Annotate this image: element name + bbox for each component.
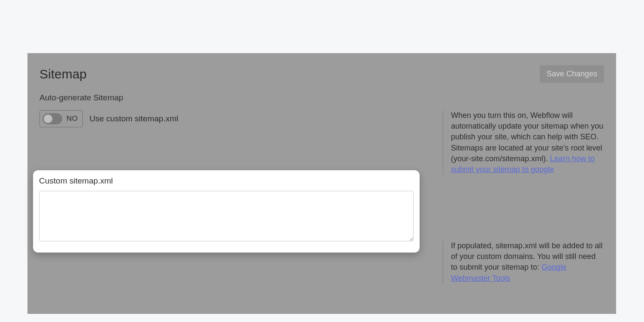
toggle-state-label: NO (67, 114, 78, 123)
custom-sitemap-heading: Custom sitemap.xml (39, 176, 414, 186)
custom-sitemap-help: If populated, sitemap.xml will be added … (443, 241, 604, 284)
auto-generate-heading: Auto-generate Sitemap (39, 93, 604, 102)
auto-generate-toggle[interactable]: NO (39, 110, 83, 127)
panel-header: Sitemap Save Changes (39, 65, 604, 83)
toggle-description: Use custom sitemap.xml (90, 114, 178, 123)
panel-title: Sitemap (39, 67, 87, 81)
auto-generate-help: When you turn this on, Webflow will auto… (443, 110, 604, 175)
save-changes-button[interactable]: Save Changes (540, 65, 604, 83)
custom-sitemap-textarea[interactable] (39, 191, 414, 241)
toggle-track (42, 113, 62, 124)
custom-sitemap-help-text: If populated, sitemap.xml will be added … (451, 241, 602, 271)
custom-sitemap-card: Custom sitemap.xml (33, 170, 420, 253)
toggle-knob (44, 114, 52, 123)
toggle-row: NO Use custom sitemap.xml (39, 110, 426, 127)
